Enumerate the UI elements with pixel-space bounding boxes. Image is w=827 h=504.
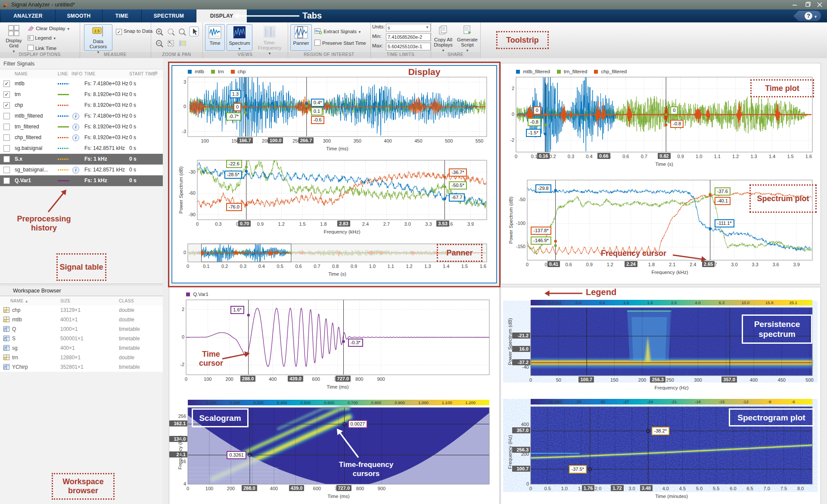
col-class[interactable]: CLASS (119, 299, 134, 303)
legend-item[interactable]: trn_filtered (557, 69, 588, 74)
cursor-badge: 0.82 (658, 153, 670, 159)
preserve-start-time-checkbox[interactable]: Preserve Start Time (314, 40, 366, 46)
list-item[interactable]: Q1000×1timetable (0, 324, 163, 334)
display-spectrum-plot[interactable]: 00.30.60.91.21.51.82.12.42.73.03.33.63.9… (173, 156, 494, 240)
table-row[interactable]: S.xFs: 1 kHz0 s (0, 154, 163, 165)
tab-display[interactable]: DISPLAY (196, 9, 247, 22)
qvar-time-plot[interactable]: 010020030040050060070080090020-2288.0439… (173, 289, 495, 397)
table-row[interactable]: Q.Var1Fs: 1 kHz0 s (0, 175, 163, 187)
display-grid-button[interactable]: Display Grid ▼ (3, 25, 24, 53)
tab-spectrum[interactable]: SPECTRUM (142, 9, 196, 22)
col-name[interactable]: NAME (15, 72, 28, 76)
list-item[interactable]: YChirp352801×1timetable (0, 362, 163, 372)
list-item[interactable]: chp13129×1double (0, 305, 163, 315)
col-line[interactable]: LINE (58, 72, 68, 76)
generate-script-button[interactable]: Generate Script ▼ (456, 24, 479, 50)
cursor-value-box: -111.1* (715, 219, 734, 227)
gear-icon[interactable]: ⚙ (154, 71, 158, 75)
colorbar-tick: 0.100 (206, 400, 217, 405)
checkbox-icon[interactable] (3, 134, 10, 141)
legend-button[interactable]: Legend ▼ (28, 35, 56, 40)
variable-class: timetable (119, 345, 140, 351)
legend-item[interactable]: Q.Var1 (186, 292, 208, 297)
checkbox-icon[interactable] (3, 156, 10, 162)
info-icon[interactable]: i (72, 167, 79, 174)
display-time-plot[interactable]: 10015020025030035040045050055030-3166.71… (173, 67, 494, 155)
tab-smooth[interactable]: SMOOTH (56, 9, 103, 22)
panner-button[interactable]: Panner (290, 24, 312, 51)
list-item[interactable]: sg400×1timetable (0, 343, 163, 353)
checkbox-checked-icon: ✓ (116, 29, 122, 35)
col-time[interactable]: TIME (84, 72, 96, 76)
max-input[interactable]: 5.604255103e-1 (386, 43, 431, 50)
cursor-value-box: -28.5* (224, 171, 242, 179)
list-item[interactable]: S500001×1timetable (0, 334, 163, 344)
list-item[interactable]: mtlb4001×1double (0, 315, 163, 325)
table-row[interactable]: sg.batsignalFs: 142.8571 kHz0 s (0, 143, 163, 154)
copy-all-displays-button[interactable]: Copy All Displays ▼ (432, 24, 455, 50)
minimize-button[interactable] (789, 1, 800, 9)
x-tick: 3.3 (749, 262, 762, 267)
legend-label: Legend (35, 35, 51, 40)
tab-time[interactable]: TIME (103, 9, 142, 22)
colorbar-tick: -15 (719, 399, 725, 404)
y-tick: -30 (183, 169, 196, 174)
x-axis-label: Time (ms) (186, 384, 489, 389)
x-tick: 1.6 (802, 154, 815, 159)
colorbar-tick: -36 (dB) (547, 399, 562, 404)
min-input[interactable]: 7.410585260e-2 (386, 33, 431, 41)
snap-to-data-checkbox[interactable]: ✓Snap to Data (116, 28, 152, 35)
sample-rate: Fs: 142.8571 kHz (84, 145, 125, 151)
col-name[interactable]: NAME ▲ (10, 299, 28, 303)
legend-item[interactable]: trn (211, 69, 224, 74)
col-size[interactable]: SIZE (60, 299, 71, 303)
legend-item[interactable]: mtlb (188, 69, 204, 74)
cursor-badge: 2.65 (702, 261, 715, 267)
units-label: Units: (372, 24, 385, 29)
tab-analyzer[interactable]: ANALYZER (1, 9, 56, 22)
x-tick: 550 (473, 138, 486, 143)
list-item[interactable]: trn12880×1double (0, 353, 163, 363)
units-select[interactable]: s ▼ (386, 24, 431, 31)
checkbox-checked-icon[interactable]: ✓ (3, 91, 10, 98)
table-row[interactable]: sg_batsignal...iFs: 142.8571 kHz0 s (0, 165, 163, 176)
clear-display-button[interactable]: Clear Display ▼ (28, 26, 70, 31)
matrix-icon (3, 317, 9, 322)
checkbox-icon[interactable] (3, 177, 10, 184)
info-icon[interactable]: i (72, 134, 79, 141)
table-row[interactable]: ✓trnFs: 8.1920e+03 Hz0 s (0, 89, 163, 100)
close-button[interactable] (814, 1, 825, 9)
checkbox-icon[interactable] (3, 145, 10, 152)
col-info[interactable]: INFO (72, 72, 83, 76)
extract-signals-button[interactable]: Extract Signals ▼ (314, 28, 361, 34)
legend-item[interactable]: chp_filtered (594, 69, 627, 74)
checkbox-icon[interactable] (3, 167, 10, 173)
time-frequency-view-button[interactable]: Time-Frequency ▼ (253, 24, 286, 50)
info-icon[interactable]: i (72, 124, 79, 131)
data-cursors-button[interactable]: 2.5 Data Cursors ▼ (84, 24, 112, 51)
checkbox-checked-icon[interactable]: ✓ (3, 81, 10, 87)
checkbox-checked-icon[interactable]: ✓ (3, 102, 10, 109)
legend-swatch-icon (557, 70, 561, 74)
legend-item[interactable]: chp (231, 69, 246, 74)
table-row[interactable]: chp_filterediFs: 8.1920e+03 Hz0 s (0, 132, 163, 143)
link-time-checkbox[interactable]: Link Time (28, 45, 56, 51)
table-row[interactable]: mtlb_filterediFs: 7.4180e+03 Hz0 s (0, 111, 163, 122)
table-row[interactable]: ✓mtlbFs: 7.4180e+03 Hz0 s (0, 78, 163, 90)
spectrum-view-button[interactable]: Spectrum ▼ (227, 24, 252, 51)
checkbox-icon[interactable] (3, 124, 10, 130)
cursor-value-box: -0.8 (670, 120, 684, 128)
table-row[interactable]: trn_filterediFs: 8.1920e+03 Hz0 s (0, 121, 163, 133)
help-button[interactable]: ? ▼ (793, 11, 821, 21)
legend-item[interactable]: mtlb_filtered (516, 69, 550, 74)
info-icon[interactable]: i (72, 113, 79, 120)
restore-button[interactable] (802, 1, 813, 9)
col-start-time[interactable]: START TIME (129, 72, 156, 76)
zoom-pan-icons[interactable] (154, 26, 199, 49)
cursor-value-box: -29.8 (535, 184, 551, 193)
table-row[interactable]: ✓chpFs: 8.1920e+03 Hz0 s (0, 100, 163, 111)
time-view-button[interactable]: Time (205, 24, 225, 51)
checkbox-icon[interactable] (3, 113, 10, 119)
cursor-value-box: -22.6 (226, 160, 242, 168)
filter-signals-label[interactable]: Filter Signals (3, 61, 34, 67)
